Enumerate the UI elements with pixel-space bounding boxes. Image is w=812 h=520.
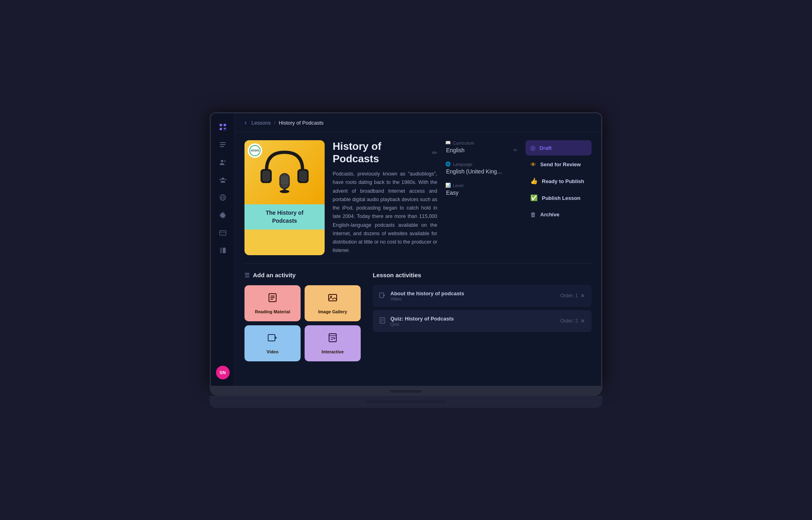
publish-lesson-button[interactable]: ✅ Publish Lesson xyxy=(525,190,592,206)
svg-rect-37 xyxy=(329,294,337,301)
sidebar-icon-cards[interactable] xyxy=(216,226,230,240)
lesson-activities-header: Lesson activities xyxy=(373,272,592,278)
activity-list-item-2[interactable]: Quiz: History of Podcasts Quiz Order: 2 … xyxy=(373,310,592,332)
svg-marker-47 xyxy=(384,294,385,296)
svg-rect-22 xyxy=(262,171,270,181)
lesson-description: Podcasts, previously known as "audioblog… xyxy=(333,170,437,255)
activity-item-1-close-button[interactable]: ✕ xyxy=(580,292,585,299)
breadcrumb: ‹ Lessons / History of Podcasts xyxy=(235,113,601,132)
language-label: 🌐 Language xyxy=(445,161,517,167)
breadcrumb-separator: / xyxy=(274,120,276,126)
sidebar: SN xyxy=(211,113,235,386)
lesson-activities-title: Lesson activities xyxy=(373,272,421,278)
curriculum-value: English xyxy=(445,147,465,153)
activity-quiz-icon xyxy=(379,317,386,325)
activity-item-2-title: Quiz: History of Podcasts xyxy=(390,316,555,322)
language-value: English (United King... xyxy=(445,168,517,175)
keyboard-detail xyxy=(366,401,446,403)
sidebar-icon-settings[interactable] xyxy=(216,208,230,222)
reading-material-icon xyxy=(267,292,278,305)
breadcrumb-current-page: History of Podcasts xyxy=(279,120,323,126)
svg-rect-20 xyxy=(223,248,226,253)
activity-cards-grid: Reading Material Im xyxy=(244,285,361,361)
svg-rect-46 xyxy=(380,293,384,298)
send-review-button[interactable]: 👁 Send for Review xyxy=(525,157,592,172)
svg-rect-0 xyxy=(220,124,222,126)
publish-icon: ✅ xyxy=(530,194,538,202)
lesson-title-row: History of Podcasts ✏ xyxy=(333,140,437,165)
curriculum-label: 📖 Curriculum xyxy=(445,140,517,145)
reading-material-label: Reading Material xyxy=(255,309,290,314)
add-activity-header-icon: ☰ xyxy=(244,272,250,279)
activity-item-1-title: About the history of podcasts xyxy=(390,290,555,296)
breadcrumb-back-button[interactable]: ‹ xyxy=(244,119,246,126)
main-content: ‹ Lessons / History of Podcasts SIDDIQUI xyxy=(235,113,601,386)
reading-material-card[interactable]: Reading Material xyxy=(244,285,301,321)
level-meta: 📊 Level Easy xyxy=(445,183,517,196)
ready-icon: 👍 xyxy=(530,177,538,185)
svg-rect-6 xyxy=(220,144,226,145)
sidebar-icon-explore[interactable] xyxy=(216,190,230,205)
book-icon: 📖 xyxy=(445,140,451,145)
laptop-base xyxy=(210,387,602,396)
svg-rect-4 xyxy=(224,130,226,130)
activity-video-icon xyxy=(379,292,386,300)
activities-section: ☰ Add an activity xyxy=(235,264,601,369)
user-avatar[interactable]: SN xyxy=(216,366,230,379)
video-card[interactable]: Video xyxy=(244,325,301,361)
ready-label: Ready to Publish xyxy=(542,178,584,184)
lesson-activities-panel: Lesson activities About the history of p… xyxy=(373,272,592,361)
svg-point-32 xyxy=(280,190,289,193)
sidebar-icon-library[interactable] xyxy=(216,137,230,152)
lesson-detail-area: SIDDIQUI EDUCATION xyxy=(235,132,601,263)
sidebar-icon-panel[interactable] xyxy=(216,243,230,258)
siddiqui-badge: SIDDIQUI EDUCATION xyxy=(248,143,262,158)
lesson-info: History of Podcasts ✏ Podcasts, previous… xyxy=(333,140,437,255)
svg-rect-2 xyxy=(220,128,222,130)
svg-point-12 xyxy=(224,179,226,181)
sidebar-icon-users[interactable] xyxy=(216,155,230,169)
activity-item-2-info: Quiz: History of Podcasts Quiz xyxy=(390,316,555,327)
level-value: Easy xyxy=(445,189,517,196)
curriculum-edit-button[interactable]: ✏ xyxy=(513,147,517,153)
activity-item-1-info: About the history of podcasts Video xyxy=(390,290,555,301)
lesson-card-title: The History of Podcasts xyxy=(248,209,321,225)
svg-point-10 xyxy=(222,177,224,180)
add-activity-header: ☰ Add an activity xyxy=(244,272,361,279)
add-activity-panel: ☰ Add an activity xyxy=(244,272,361,361)
activity-item-1-type: Video xyxy=(390,296,555,301)
laptop-keyboard xyxy=(210,396,602,408)
globe-icon: 🌐 xyxy=(445,161,451,167)
activity-item-2-order: Order: 2 ✕ xyxy=(560,318,585,324)
metadata-panel: 📖 Curriculum English ✏ 🌐 Languag xyxy=(445,140,517,255)
svg-rect-24 xyxy=(299,171,307,181)
ready-publish-button[interactable]: 👍 Ready to Publish xyxy=(525,173,592,189)
activity-list-item-1[interactable]: About the history of podcasts Video Orde… xyxy=(373,285,592,307)
activity-item-1-order: Order: 1 ✕ xyxy=(560,292,585,299)
add-activity-title: Add an activity xyxy=(253,272,296,278)
sidebar-icon-groups[interactable] xyxy=(216,173,230,187)
svg-point-11 xyxy=(219,179,221,181)
interactive-label: Interactive xyxy=(321,349,343,354)
svg-rect-3 xyxy=(224,128,226,129)
lesson-title-edit-button[interactable]: ✏ xyxy=(432,149,437,157)
activity-item-2-close-button[interactable]: ✕ xyxy=(580,318,585,324)
svg-rect-18 xyxy=(220,232,226,233)
archive-button[interactable]: 🗑 Archive xyxy=(525,207,592,222)
publish-label: Publish Lesson xyxy=(542,195,580,201)
archive-label: Archive xyxy=(540,212,560,218)
breadcrumb-parent-link[interactable]: Lessons xyxy=(251,120,271,126)
image-gallery-card[interactable]: Image Gallery xyxy=(305,285,361,321)
draft-status-button[interactable]: ◎ Draft xyxy=(525,140,592,155)
interactive-card[interactable]: Interactive xyxy=(305,325,361,361)
lesson-card: SIDDIQUI EDUCATION xyxy=(244,140,325,255)
level-label: 📊 Level xyxy=(445,183,517,188)
svg-rect-19 xyxy=(220,248,222,253)
draft-label: Draft xyxy=(539,145,551,151)
svg-rect-17 xyxy=(220,231,226,235)
laptop-notch xyxy=(390,390,422,393)
lesson-title: History of Podcasts xyxy=(333,140,428,165)
sidebar-icon-dashboard[interactable] xyxy=(216,120,230,134)
headphones-image xyxy=(257,144,313,200)
svg-rect-39 xyxy=(268,335,275,341)
